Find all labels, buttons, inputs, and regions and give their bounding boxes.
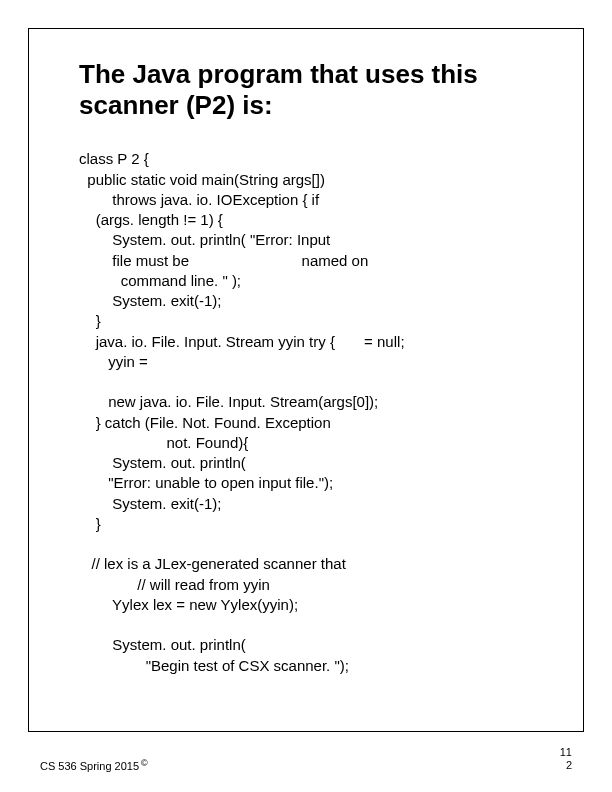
footer-left: CS 536 Spring 2015 ©	[40, 760, 148, 772]
page-number-top: 11	[560, 746, 572, 759]
footer: CS 536 Spring 2015 © 11 2	[40, 746, 572, 772]
slide-title: The Java program that uses this scanner …	[79, 59, 543, 121]
course-label: CS 536 Spring 2015	[40, 760, 139, 772]
page-number-bottom: 2	[560, 759, 572, 772]
copyright-symbol: ©	[141, 758, 148, 768]
code-block: class P 2 { public static void main(Stri…	[79, 149, 543, 676]
page-number: 11 2	[560, 746, 572, 772]
slide-frame: The Java program that uses this scanner …	[28, 28, 584, 732]
